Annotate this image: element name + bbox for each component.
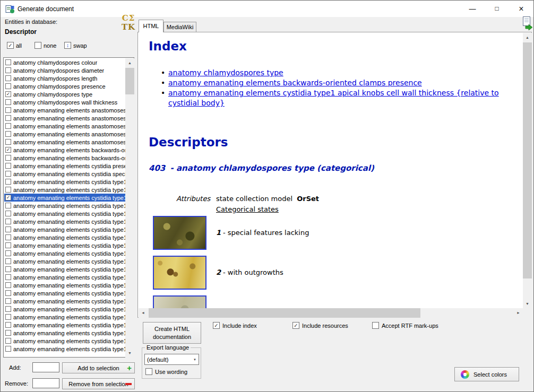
preview-horizontal-scrollbar[interactable]: ◄ ► bbox=[139, 308, 523, 318]
entity-list-scrollbar[interactable]: ▲ ▼ bbox=[125, 58, 134, 358]
entity-checkbox[interactable] bbox=[5, 274, 11, 280]
select-all-filter[interactable]: ✓ all bbox=[7, 42, 22, 49]
entity-list-item[interactable]: anatomy emanating elements cystidia type… bbox=[4, 233, 125, 241]
entity-list-item[interactable]: anatomy emanating elements cystidia pres… bbox=[4, 162, 125, 170]
all-checkbox[interactable]: ✓ bbox=[7, 42, 14, 49]
export-language-select[interactable]: (default) ▼ bbox=[144, 354, 199, 365]
tab-mediawiki[interactable]: MediaWiki bbox=[163, 22, 196, 32]
include-index-checkbox-group[interactable]: ✓ Include index bbox=[213, 322, 257, 329]
entity-checkbox[interactable] bbox=[5, 258, 11, 264]
add-to-selection-button[interactable]: Add to selection + bbox=[62, 362, 135, 373]
entity-checkbox[interactable] bbox=[5, 234, 11, 240]
create-html-documentation-button[interactable]: Create HTML documentation bbox=[143, 322, 201, 344]
entity-list-item[interactable]: anatomy chlamydospores wall thickness bbox=[4, 98, 125, 106]
minimize-button[interactable]: — bbox=[460, 1, 485, 17]
entity-list-item[interactable]: ✓anatomy chlamydospores type bbox=[4, 90, 125, 98]
entity-list-item[interactable]: anatomy emanating elements cystidia type… bbox=[4, 225, 125, 233]
entity-checkbox[interactable] bbox=[5, 203, 11, 208]
entity-checkbox[interactable] bbox=[5, 298, 11, 304]
entity-checkbox[interactable]: ✓ bbox=[5, 195, 11, 201]
entity-checkbox[interactable] bbox=[5, 59, 11, 65]
entity-list-item[interactable]: anatomy emanating elements anastomoses o bbox=[4, 130, 125, 138]
entity-list-item[interactable]: anatomy emanating elements cystidia type… bbox=[4, 217, 125, 225]
entity-checkbox[interactable] bbox=[5, 123, 11, 129]
entity-list-item[interactable]: anatomy emanating elements cystidia type… bbox=[4, 273, 125, 281]
preview-vertical-scrollbar[interactable]: ▲ ▼ bbox=[523, 33, 532, 308]
entity-checkbox[interactable]: ✓ bbox=[5, 91, 11, 97]
index-link[interactable]: anatomy emanating elements cystidia type… bbox=[168, 88, 503, 108]
entity-checkbox[interactable]: ✓ bbox=[5, 147, 11, 153]
entity-list-item[interactable]: anatomy chlamydospores length bbox=[4, 74, 125, 82]
use-wording-checkbox-group[interactable]: Use wording bbox=[145, 368, 187, 375]
entity-list-item[interactable]: anatomy emanating elements cystidia type… bbox=[4, 241, 125, 249]
include-resources-checkbox[interactable]: ✓ bbox=[292, 322, 299, 329]
entity-checkbox[interactable] bbox=[5, 211, 11, 216]
index-link[interactable]: anatomy chlamydospores type bbox=[168, 68, 283, 78]
entity-list-item[interactable]: anatomy emanating elements anastomoses l… bbox=[4, 122, 125, 130]
entity-checkbox[interactable] bbox=[5, 171, 11, 177]
entity-list-item[interactable]: ✓anatomy emanating elements cystidia typ… bbox=[4, 194, 125, 202]
use-wording-checkbox[interactable] bbox=[145, 368, 152, 375]
entity-list-item[interactable]: ✓anatomy emanating elements backwards-or… bbox=[4, 146, 125, 154]
entity-list-item[interactable]: anatomy chlamydospores diameter bbox=[4, 66, 125, 74]
preview-vscrollbar-thumb[interactable] bbox=[523, 42, 532, 278]
entity-list-item[interactable]: anatomy emanating elements cystidia type… bbox=[4, 281, 125, 289]
entity-checkbox[interactable] bbox=[5, 282, 11, 288]
state-3-image[interactable] bbox=[153, 295, 206, 308]
entity-list-item[interactable]: anatomy emanating elements cystidia type… bbox=[4, 337, 125, 345]
remove-from-selection-button[interactable]: Remove from selection bbox=[62, 378, 135, 389]
entity-checkbox[interactable] bbox=[5, 187, 11, 193]
entity-checkbox[interactable] bbox=[5, 330, 11, 336]
scroll-right-icon[interactable]: ► bbox=[514, 308, 523, 318]
entity-checkbox[interactable] bbox=[5, 107, 11, 113]
entity-checkbox[interactable] bbox=[5, 115, 11, 121]
entity-list-item[interactable]: anatomy emanating elements cystidia type… bbox=[4, 321, 125, 329]
entity-list-item[interactable]: anatomy emanating elements cystidia type… bbox=[4, 297, 125, 305]
entity-list-item[interactable]: anatomy emanating elements cystidia type… bbox=[4, 257, 125, 265]
entity-list-item[interactable]: anatomy emanating elements cystidia type… bbox=[4, 313, 125, 321]
entity-checkbox[interactable] bbox=[5, 219, 11, 224]
entity-checkbox[interactable] bbox=[5, 179, 11, 185]
entity-checkbox[interactable] bbox=[5, 163, 11, 169]
entity-list-item[interactable]: anatomy emanating elements anastomoses c bbox=[4, 114, 125, 122]
entity-list-item[interactable]: anatomy emanating elements cystidia type… bbox=[4, 329, 125, 337]
entity-list-item[interactable]: anatomy emanating elements cystidia type… bbox=[4, 289, 125, 297]
close-button[interactable]: × bbox=[509, 1, 533, 17]
entity-list-item[interactable]: anatomy emanating elements cystidia type… bbox=[4, 305, 125, 313]
entity-list-item[interactable]: anatomy chlamydospores colour bbox=[4, 58, 125, 66]
none-checkbox[interactable] bbox=[35, 42, 41, 49]
entity-list[interactable]: anatomy chlamydospores colouranatomy chl… bbox=[3, 57, 134, 358]
state-2-image[interactable] bbox=[153, 256, 206, 290]
index-link[interactable]: anatomy emanating elements backwards-ori… bbox=[168, 78, 422, 88]
entity-list-item[interactable]: anatomy emanating elements cystidia type… bbox=[4, 178, 125, 186]
entity-checkbox[interactable] bbox=[5, 75, 11, 81]
save-html-icon[interactable] bbox=[522, 16, 533, 30]
entity-list-item[interactable]: anatomy emanating elements cystidia type… bbox=[4, 265, 125, 273]
entity-list-item[interactable]: anatomy emanating elements cystidia type… bbox=[4, 202, 125, 210]
entity-checkbox[interactable] bbox=[5, 227, 11, 232]
entity-checkbox[interactable] bbox=[5, 338, 11, 344]
include-resources-checkbox-group[interactable]: ✓ Include resources bbox=[292, 322, 348, 329]
entity-checkbox[interactable] bbox=[5, 306, 11, 312]
entity-checkbox[interactable] bbox=[5, 346, 11, 352]
entity-checkbox[interactable] bbox=[5, 266, 11, 272]
entity-checkbox[interactable] bbox=[5, 131, 11, 137]
state-1-image[interactable] bbox=[153, 216, 206, 250]
entity-checkbox[interactable] bbox=[5, 67, 11, 73]
entity-checkbox[interactable] bbox=[5, 83, 11, 89]
entity-checkbox[interactable] bbox=[5, 139, 11, 145]
swap-filter[interactable]: ↕ swap bbox=[64, 42, 87, 49]
maximize-button[interactable]: □ bbox=[485, 1, 509, 17]
entity-scrollbar-thumb[interactable] bbox=[125, 68, 134, 94]
select-none-filter[interactable]: none bbox=[35, 42, 56, 49]
entity-checkbox[interactable] bbox=[5, 322, 11, 328]
entity-list-item[interactable]: anatomy emanating elements anastomoses t bbox=[4, 138, 125, 146]
entity-list-item[interactable]: anatomy emanating elements cystidia type… bbox=[4, 210, 125, 217]
entity-list-item[interactable]: anatomy emanating elements anastomoses a bbox=[4, 106, 125, 114]
include-index-checkbox[interactable]: ✓ bbox=[213, 322, 220, 329]
entity-list-item[interactable]: anatomy emanating elements cystidia type… bbox=[4, 345, 125, 353]
entity-list-item[interactable]: anatomy chlamydospores presence bbox=[4, 82, 125, 90]
scroll-up-icon[interactable]: ▲ bbox=[523, 33, 532, 42]
scroll-down-icon[interactable]: ▼ bbox=[523, 299, 532, 308]
entity-checkbox[interactable] bbox=[5, 290, 11, 296]
